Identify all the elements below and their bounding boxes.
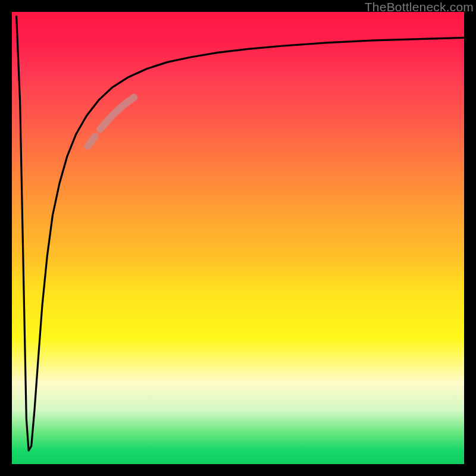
chart-plot-area (12, 12, 464, 464)
highlight-segment-a (100, 98, 134, 130)
main-curve-path (17, 17, 464, 451)
highlight-segment-b (88, 136, 95, 146)
watermark-label: TheBottleneck.com (365, 0, 474, 14)
chart-svg (12, 12, 464, 464)
chart-frame: TheBottleneck.com (0, 0, 476, 476)
